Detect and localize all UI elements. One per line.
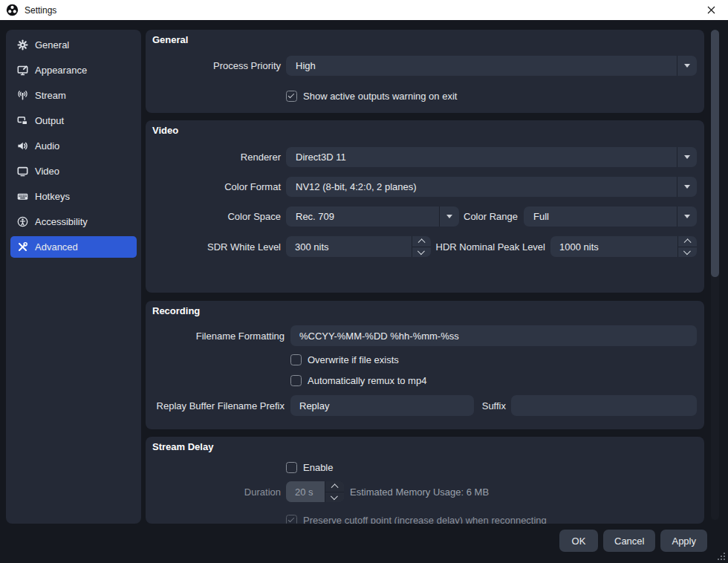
settings-window: Settings General Appearance Stream — [0, 0, 728, 563]
footer-buttons: OK Cancel Apply — [559, 530, 707, 552]
stream-delay-heading: Stream Delay — [152, 441, 213, 452]
apply-button[interactable]: Apply — [660, 530, 707, 552]
spin-buttons — [412, 236, 431, 257]
color-space-value: Rec. 709 — [286, 211, 439, 222]
dropdown-arrow — [677, 177, 697, 197]
spin-down-button[interactable] — [412, 247, 431, 258]
scrollbar-track[interactable] — [711, 30, 719, 520]
color-range-label: Color Range — [459, 211, 518, 222]
scrollbar-thumb[interactable] — [711, 30, 719, 277]
chevron-down-icon — [331, 492, 338, 499]
speaker-icon — [16, 140, 28, 152]
color-space-dropdown[interactable]: Rec. 709 — [286, 206, 459, 227]
chevron-down-icon — [684, 64, 690, 68]
duration-row: Duration 20 s Estimated Memory Usage: 6 … — [152, 481, 697, 502]
resize-grip[interactable] — [717, 552, 726, 561]
process-priority-value: High — [286, 60, 677, 71]
spin-up-button[interactable] — [325, 481, 344, 492]
delay-enable-label: Enable — [303, 462, 333, 473]
overwrite-checkbox[interactable] — [290, 354, 302, 365]
sdr-white-level-label: SDR White Level — [152, 241, 281, 253]
duration-label: Duration — [152, 486, 281, 498]
section-stream-delay: Stream Delay Enable Duration 20 s Estima… — [146, 437, 704, 524]
suffix-input[interactable] — [511, 395, 697, 416]
sdr-white-level-row: SDR White Level 300 nits HDR Nominal Pea… — [152, 236, 697, 257]
duration-spinbox[interactable]: 20 s — [286, 481, 344, 502]
sidebar-item-audio[interactable]: Audio — [10, 135, 137, 157]
hdr-peak-spinbox[interactable]: 1000 nits — [550, 236, 697, 257]
outputs-warning-checkbox[interactable] — [286, 91, 297, 102]
spin-up-button[interactable] — [678, 236, 697, 247]
sidebar-item-appearance[interactable]: Appearance — [10, 59, 137, 81]
chevron-up-icon — [331, 484, 338, 491]
close-button[interactable] — [695, 0, 727, 20]
preserve-cutoff-label: Preserve cutoff point (increase delay) w… — [303, 515, 547, 524]
ok-button[interactable]: OK — [559, 530, 598, 552]
remux-checkbox[interactable] — [290, 375, 302, 386]
process-priority-label: Process Priority — [152, 60, 281, 71]
sidebar-item-label: Video — [35, 166, 59, 177]
sidebar-item-hotkeys[interactable]: Hotkeys — [10, 186, 137, 207]
hdr-peak-label: HDR Nominal Peak Level — [431, 241, 545, 253]
process-priority-row: Process Priority High — [152, 56, 697, 76]
sidebar-item-general[interactable]: General — [10, 34, 137, 56]
delay-enable-checkbox[interactable] — [286, 462, 297, 473]
settings-sidebar: General Appearance Stream Output Audio — [6, 30, 141, 524]
replay-prefix-label: Replay Buffer Filename Prefix — [152, 400, 285, 411]
outputs-warning-row: Show active outputs warning on exit — [152, 90, 697, 102]
video-heading: Video — [152, 125, 178, 136]
recording-heading: Recording — [152, 305, 200, 316]
sdr-white-level-spinbox[interactable]: 300 nits — [286, 236, 431, 257]
preserve-cutoff-checkbox[interactable] — [286, 515, 297, 524]
sidebar-item-label: Audio — [35, 140, 59, 152]
gear-icon — [16, 39, 28, 51]
chevron-up-icon — [684, 239, 691, 246]
color-format-value: NV12 (8-bit, 4:2:0, 2 planes) — [286, 181, 677, 192]
renderer-dropdown[interactable]: Direct3D 11 — [286, 147, 697, 167]
spin-down-button[interactable] — [678, 247, 697, 258]
section-general: General Process Priority High Show activ… — [146, 30, 704, 113]
monitor-icon — [16, 166, 28, 178]
sidebar-item-label: Accessibility — [35, 216, 88, 227]
sidebar-item-stream[interactable]: Stream — [10, 85, 137, 106]
color-format-row: Color Format NV12 (8-bit, 4:2:0, 2 plane… — [152, 177, 697, 197]
process-priority-dropdown[interactable]: High — [286, 56, 697, 76]
memory-usage-text: Estimated Memory Usage: 6 MB — [350, 486, 489, 498]
renderer-row: Renderer Direct3D 11 — [152, 147, 697, 167]
remux-label: Automatically remux to mp4 — [308, 375, 426, 386]
color-range-dropdown[interactable]: Full — [524, 206, 697, 227]
cancel-button[interactable]: Cancel — [603, 530, 655, 552]
broadcast-icon — [16, 90, 28, 102]
sidebar-item-label: General — [35, 39, 69, 51]
accessibility-icon — [16, 216, 28, 228]
spin-down-button[interactable] — [325, 492, 344, 503]
delay-enable-row: Enable — [152, 461, 697, 473]
chevron-down-icon — [684, 247, 691, 254]
sidebar-item-label: Advanced — [35, 241, 78, 253]
color-format-dropdown[interactable]: NV12 (8-bit, 4:2:0, 2 planes) — [286, 177, 697, 197]
sdr-white-level-value: 300 nits — [286, 236, 412, 257]
spin-up-button[interactable] — [412, 236, 431, 247]
filename-formatting-label: Filename Formatting — [152, 331, 285, 342]
window-title: Settings — [25, 5, 56, 16]
color-space-label: Color Space — [152, 211, 281, 222]
sidebar-item-label: Hotkeys — [35, 191, 70, 202]
chevron-down-icon — [446, 215, 452, 218]
sidebar-item-video[interactable]: Video — [10, 160, 137, 182]
suffix-label: Suffix — [474, 400, 506, 411]
appearance-icon — [16, 65, 28, 77]
replay-prefix-input[interactable]: Replay — [290, 395, 474, 416]
filename-formatting-input[interactable]: %CCYY-%MM-%DD %hh-%mm-%ss — [290, 325, 697, 346]
sidebar-item-output[interactable]: Output — [10, 110, 137, 131]
close-icon — [707, 6, 715, 14]
sidebar-item-advanced[interactable]: Advanced — [10, 236, 137, 258]
overwrite-label: Overwrite if file exists — [308, 354, 399, 365]
tools-icon — [16, 241, 28, 253]
dropdown-arrow — [677, 56, 697, 76]
section-recording: Recording Filename Formatting %CCYY-%MM-… — [146, 301, 704, 429]
outputs-warning-label: Show active outputs warning on exit — [303, 91, 457, 102]
sidebar-item-label: Stream — [35, 90, 66, 101]
chevron-down-icon — [684, 215, 690, 218]
renderer-label: Renderer — [152, 152, 281, 163]
sidebar-item-accessibility[interactable]: Accessibility — [10, 211, 137, 232]
